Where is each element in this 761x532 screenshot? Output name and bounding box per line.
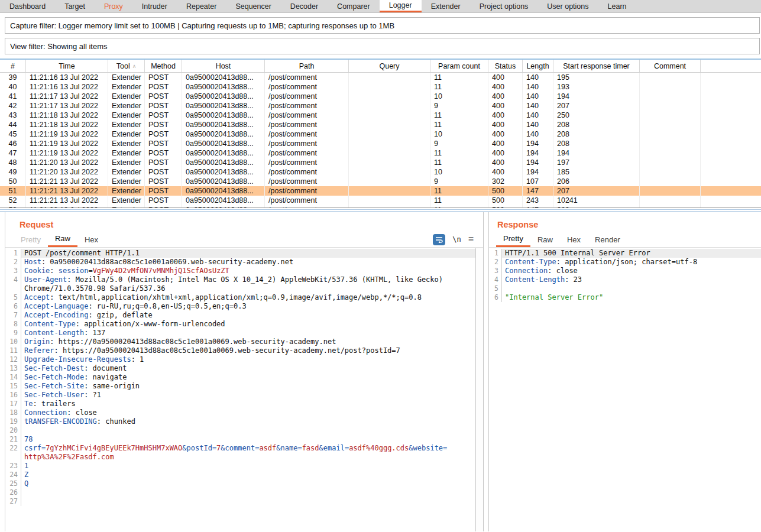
cell-method: POST bbox=[145, 120, 182, 129]
column-header-tool[interactable]: Tool∧ bbox=[108, 60, 145, 72]
line-number: 24 bbox=[5, 471, 21, 479]
line-number: 11 bbox=[5, 346, 21, 355]
capture-filter-bar[interactable]: Capture filter: Logger memory limit set … bbox=[5, 17, 760, 34]
menu-tab-user-options[interactable]: User options bbox=[537, 0, 598, 12]
cell-time: 11:21:21 13 Jul 2022 bbox=[26, 177, 108, 186]
cell-path: /post/comment bbox=[265, 139, 349, 148]
cell-length: 140 bbox=[523, 129, 553, 139]
editor-line: 14Sec-Fetch-Mode: navigate bbox=[5, 373, 475, 382]
menu-tab-learn[interactable]: Learn bbox=[598, 0, 636, 12]
table-row-49[interactable]: 4911:21:20 13 Jul 2022ExtenderPOST0a9500… bbox=[0, 167, 761, 177]
cell-comment bbox=[640, 177, 701, 186]
table-row-40[interactable]: 4011:21:16 13 Jul 2022ExtenderPOST0a9500… bbox=[0, 82, 761, 92]
response-editor[interactable]: 1HTTP/1.1 500 Internal Server Error2Cont… bbox=[489, 248, 761, 531]
cell-length: 140 bbox=[523, 82, 553, 92]
table-row-39[interactable]: 3911:21:16 13 Jul 2022ExtenderPOST0a9500… bbox=[0, 73, 761, 82]
menu-tab-extender[interactable]: Extender bbox=[422, 0, 470, 12]
line-content: Sec-Fetch-Dest: document bbox=[21, 364, 475, 373]
menu-tab-target[interactable]: Target bbox=[55, 0, 95, 12]
menu-tab-project-options[interactable]: Project options bbox=[470, 0, 538, 12]
column-header-label: Status bbox=[495, 62, 516, 70]
table-row-51[interactable]: 5111:21:21 13 Jul 2022ExtenderPOST0a9500… bbox=[0, 186, 761, 196]
cell-length: 243 bbox=[523, 196, 553, 205]
cell-path: /post/comment bbox=[265, 158, 349, 167]
cell-method: POST bbox=[145, 101, 182, 111]
table-row-48[interactable]: 4811:21:20 13 Jul 2022ExtenderPOST0a9500… bbox=[0, 158, 761, 167]
cell-host: 0a9500020413d88... bbox=[182, 120, 265, 129]
cell-status: 400 bbox=[488, 167, 523, 177]
response-tab-hex[interactable]: Hex bbox=[560, 232, 588, 247]
column-header-status[interactable]: Status bbox=[488, 60, 523, 72]
response-tab-render[interactable]: Render bbox=[588, 232, 627, 247]
table-row-50[interactable]: 5011:21:21 13 Jul 2022ExtenderPOST0a9500… bbox=[0, 177, 761, 186]
table-row-44[interactable]: 4411:21:18 13 Jul 2022ExtenderPOST0a9500… bbox=[0, 120, 761, 129]
cell-comment bbox=[640, 196, 701, 205]
request-tab-raw[interactable]: Raw bbox=[48, 232, 77, 247]
table-row-41[interactable]: 4111:21:17 13 Jul 2022ExtenderPOST0a9500… bbox=[0, 92, 761, 101]
horizontal-split-divider[interactable] bbox=[0, 207, 761, 212]
line-number bbox=[5, 453, 21, 462]
menu-tab-intruder[interactable]: Intruder bbox=[132, 0, 177, 12]
column-header-host[interactable]: Host bbox=[182, 60, 265, 72]
log-table-header: #TimeTool∧MethodHostPathQueryParam count… bbox=[0, 60, 761, 73]
line-content: Chrome/71.0.3578.98 Safari/537.36 bbox=[21, 284, 475, 293]
menu-tab-logger[interactable]: Logger bbox=[380, 0, 422, 12]
request-tab-hex[interactable]: Hex bbox=[77, 232, 105, 247]
table-row-52[interactable]: 5211:21:21 13 Jul 2022ExtenderPOST0a9500… bbox=[0, 196, 761, 205]
table-row-47[interactable]: 4711:21:19 13 Jul 2022ExtenderPOST0a9500… bbox=[0, 148, 761, 158]
column-header-query[interactable]: Query bbox=[349, 60, 430, 72]
column-header-param-count[interactable]: Param count bbox=[430, 60, 488, 72]
table-row-45[interactable]: 4511:21:19 13 Jul 2022ExtenderPOST0a9500… bbox=[0, 129, 761, 139]
editor-line: 11Referer: https://0a9500020413d88ac08c5… bbox=[5, 346, 475, 355]
column-header-time[interactable]: Time bbox=[26, 60, 108, 72]
column-header--[interactable]: # bbox=[0, 60, 26, 72]
line-content: Accept-Encoding: gzip, deflate bbox=[21, 311, 475, 320]
table-row-43[interactable]: 4311:21:18 13 Jul 2022ExtenderPOST0a9500… bbox=[0, 111, 761, 120]
editor-menu-icon[interactable]: ≡ bbox=[468, 235, 474, 244]
request-scrollbar[interactable] bbox=[475, 248, 483, 531]
cell-host: 0a9500020413d88... bbox=[182, 167, 265, 177]
cell-param-count: 11 bbox=[430, 82, 488, 92]
table-row-46[interactable]: 4611:21:19 13 Jul 2022ExtenderPOST0a9500… bbox=[0, 139, 761, 148]
column-header-length[interactable]: Length bbox=[523, 60, 553, 72]
newline-icon[interactable]: \n bbox=[452, 235, 461, 244]
column-header-path[interactable]: Path bbox=[265, 60, 349, 72]
line-number: 10 bbox=[5, 338, 21, 346]
response-tab-pretty[interactable]: Pretty bbox=[496, 232, 530, 247]
cell-query bbox=[349, 101, 430, 111]
cell-param-count: 10 bbox=[430, 92, 488, 101]
column-header-label: # bbox=[11, 62, 15, 70]
column-header-method[interactable]: Method bbox=[145, 60, 182, 72]
editor-line: 2Content-Type: application/json; charset… bbox=[489, 258, 761, 267]
column-header-comment[interactable]: Comment bbox=[640, 60, 701, 72]
response-tab-raw[interactable]: Raw bbox=[530, 232, 560, 247]
request-tab-pretty[interactable]: Pretty bbox=[14, 232, 48, 247]
line-content: Sec-Fetch-User: ?1 bbox=[21, 391, 475, 400]
table-row-42[interactable]: 4211:21:17 13 Jul 2022ExtenderPOST0a9500… bbox=[0, 101, 761, 111]
request-editor[interactable]: 1POST /post/comment HTTP/1.12Host: 0a950… bbox=[5, 248, 475, 531]
wrap-lines-icon[interactable] bbox=[433, 234, 445, 245]
menu-tab-comparer[interactable]: Comparer bbox=[328, 0, 380, 12]
line-number: 16 bbox=[5, 391, 21, 400]
cell--: 53 bbox=[0, 205, 26, 207]
cell-param-count: 11 bbox=[430, 148, 488, 158]
line-number: 21 bbox=[5, 435, 21, 444]
menu-tab-dashboard[interactable]: Dashboard bbox=[0, 0, 55, 12]
vertical-split-divider[interactable] bbox=[483, 212, 488, 531]
line-number: 4 bbox=[489, 275, 502, 284]
menu-tab-sequencer[interactable]: Sequencer bbox=[226, 0, 280, 12]
menu-tab-decoder[interactable]: Decoder bbox=[281, 0, 328, 12]
cell-param-count: 11 bbox=[430, 73, 488, 82]
column-header-start-response-timer[interactable]: Start response timer bbox=[553, 60, 640, 72]
line-number: 13 bbox=[5, 364, 21, 373]
view-filter-bar[interactable]: View filter: Showing all items bbox=[5, 38, 760, 54]
menu-tab-repeater[interactable]: Repeater bbox=[177, 0, 226, 12]
cell-length: 194 bbox=[523, 167, 553, 177]
cell-time: 11:21:22 13 Jul 2022 bbox=[26, 205, 108, 207]
cell-path: /post/comment bbox=[265, 148, 349, 158]
table-row-53[interactable]: 5311:21:22 13 Jul 2022ExtenderPOST0a9500… bbox=[0, 205, 761, 207]
cell-comment bbox=[640, 158, 701, 167]
line-number: 19 bbox=[5, 417, 21, 426]
menu-tab-proxy[interactable]: Proxy bbox=[95, 0, 132, 12]
cell-length: 140 bbox=[523, 120, 553, 129]
